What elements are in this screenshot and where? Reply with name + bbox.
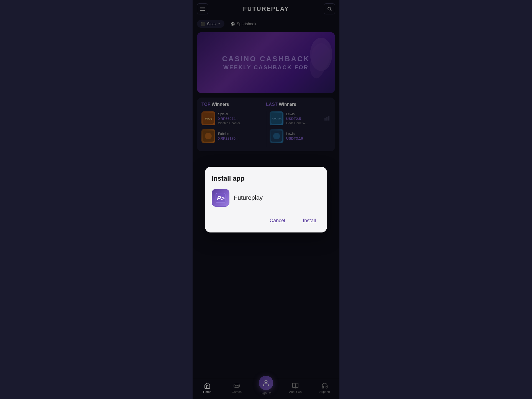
phone-container: FUTUREPLAY ⬛ Slots ⚽ Sportsbook CASINO C… (193, 0, 339, 399)
app-row: P> Futureplay (212, 189, 320, 207)
futureplay-logo-icon: P> (215, 192, 226, 204)
modal-buttons: Cancel Install (212, 216, 320, 226)
modal-overlay: Install app P> Futureplay Cancel Install (193, 0, 339, 399)
install-dialog-title: Install app (212, 175, 320, 182)
app-icon: P> (212, 189, 229, 207)
install-button[interactable]: Install (298, 216, 320, 226)
cancel-button[interactable]: Cancel (265, 216, 290, 226)
svg-text:P>: P> (217, 195, 225, 202)
app-name: Futureplay (234, 194, 263, 201)
install-dialog: Install app P> Futureplay Cancel Install (205, 167, 327, 232)
